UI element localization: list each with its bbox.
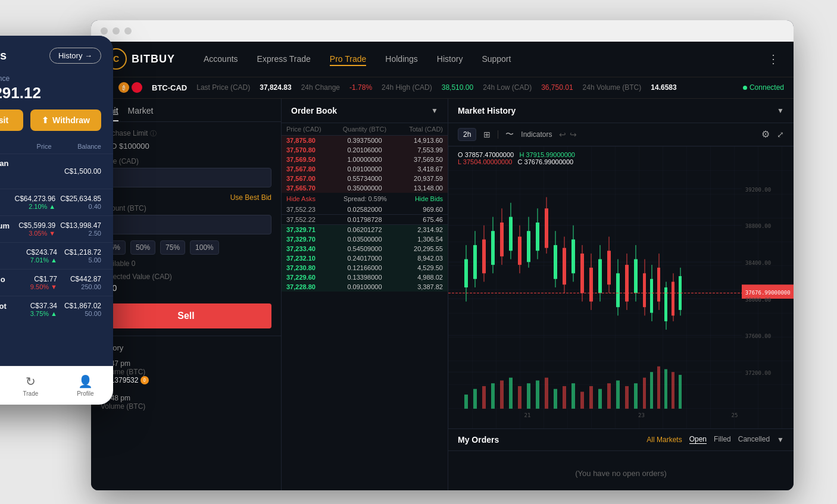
market-filter-btn[interactable]: All Markets [647, 436, 682, 444]
svg-rect-66 [518, 386, 521, 408]
use-best-bid-link[interactable]: Use Best Bid [101, 193, 271, 202]
low-label: 24h Low (CAD) [483, 83, 532, 92]
nav-holdings[interactable]: Holdings [385, 52, 417, 66]
indicators-btn[interactable]: Indicators [521, 130, 552, 139]
svg-rect-17 [500, 222, 504, 256]
hide-bids-btn[interactable]: Hide Bids [415, 195, 443, 202]
svg-rect-61 [473, 389, 477, 408]
nav-pro-trade[interactable]: Pro Trade [330, 52, 366, 66]
svg-rect-80 [643, 377, 646, 408]
nav-accounts[interactable]: Accounts [204, 52, 238, 66]
nav-history[interactable]: History [437, 52, 463, 66]
amount-btc-input[interactable] [101, 215, 271, 234]
deposit-button[interactable]: ⬇ Deposit [0, 109, 23, 131]
withdraw-button[interactable]: ⬆ Withdraw [30, 109, 101, 131]
no-orders-text: (You have no open orders) [448, 451, 794, 490]
high-value: 38,510.00 [442, 83, 473, 92]
browser-dot-green [124, 27, 132, 35]
tab-open[interactable]: Open [689, 435, 707, 444]
price-tick-0: 39200.00 [745, 186, 771, 192]
pct-100-btn[interactable]: 100% [190, 240, 219, 255]
bid-qty-4: 0.12166000 [339, 264, 391, 271]
history-entry-1: 49:48 pm Volume (BTC) [91, 389, 281, 415]
ask-rows: 37,875.80 0.39375000 14,913.60 37,570.80… [282, 136, 448, 193]
ca-flag-icon [132, 82, 142, 93]
current-price-label: 37676.99000000 [745, 289, 791, 295]
mobile-bottom-nav: ⌂ Accounts ↻ Trade 👤 Profile [0, 366, 113, 405]
nav-more-icon[interactable]: ⋮ [767, 52, 779, 66]
bid-row-4: 37,230.80 0.12166000 4,529.50 [282, 263, 448, 273]
dot-balance: C$1,867.02 [62, 302, 101, 310]
ask-price-0: 37,875.80 [286, 137, 339, 144]
cad-balance: C$1,500.00 [62, 167, 101, 176]
ticker-bar: ☰ ₿ BTC-CAD Last Price (CAD) 37,824.83 2… [91, 77, 794, 99]
asset-eth: Ξ Ethereum ETH C$5,599.39 3.05% ▼ C$13,9… [0, 215, 113, 242]
market-history-chevron-icon[interactable]: ▼ [777, 107, 784, 115]
tab-market[interactable]: Market [128, 106, 154, 121]
nav-support[interactable]: Support [482, 52, 511, 66]
order-book-chevron-icon[interactable]: ▼ [431, 107, 438, 115]
fullscreen-icon[interactable]: ⤢ [777, 130, 784, 139]
dot-name-group: Polkadot DOT [0, 302, 13, 318]
browser-window: C BITBUY Accounts Express Trade Pro Trad… [91, 20, 794, 490]
dot-symbol: DOT [0, 311, 13, 318]
bid-row-1: 37,329.70 0.03500000 1,306.54 [282, 234, 448, 244]
ticker-pair[interactable]: BTC-CAD [152, 83, 187, 92]
mobile-history-button[interactable]: History → [49, 48, 101, 64]
svg-rect-84 [672, 372, 674, 409]
ohlc-o-value: 37857.47000000 [465, 151, 514, 158]
undo-icon[interactable]: ↩ [559, 130, 566, 139]
my-orders-header: My Orders All Markets Open Filled Cancel… [448, 429, 794, 451]
svg-rect-57 [672, 281, 674, 315]
svg-rect-83 [664, 369, 667, 408]
eth-qty: 2.50 [60, 230, 101, 237]
pct-50-btn[interactable]: 50% [130, 240, 155, 255]
eth-name-group: Ethereum ETH [0, 221, 13, 237]
svg-rect-55 [664, 287, 667, 321]
my-orders-chevron-icon[interactable]: ▼ [777, 436, 784, 444]
ask-price-5: 37,565.70 [286, 184, 339, 192]
svg-rect-70 [554, 389, 557, 408]
pct-75-btn[interactable]: 75% [160, 240, 185, 255]
ada-name: Cardano [0, 275, 13, 284]
ask-qty-0: 0.39375000 [339, 137, 391, 144]
mobile-nav-trade[interactable]: ↻ Trade [23, 374, 39, 397]
nav-express-trade[interactable]: Express Trade [257, 52, 311, 66]
settings-icon[interactable]: ⚙ [761, 129, 770, 140]
sol-balance: C$1,218.72 [62, 248, 101, 256]
time-2h-btn[interactable]: 2h [458, 128, 476, 141]
ada-qty: 250.00 [62, 283, 101, 290]
spread-total-0: 969.60 [391, 206, 443, 213]
sell-button[interactable]: Sell [101, 303, 271, 328]
hide-asks-btn[interactable]: Hide Asks [286, 195, 316, 202]
ask-price-3: 37,567.80 [286, 165, 339, 173]
last-price-value: 37,824.83 [260, 83, 291, 92]
svg-rect-71 [563, 386, 566, 408]
tab-filled[interactable]: Filled [714, 435, 731, 444]
svg-rect-9 [464, 259, 468, 287]
chart-type-icon[interactable]: ⊞ [483, 130, 491, 139]
svg-rect-11 [473, 245, 477, 278]
cad-symbol: CAD [0, 177, 13, 184]
mobile-nav-profile[interactable]: 👤 Profile [77, 374, 93, 397]
svg-rect-74 [589, 386, 593, 408]
history-volume-label-0: Volume (BTC) [101, 368, 271, 376]
chart-controls: 2h ⊞ 〜 Indicators ↩ ↪ ⚙ ⤢ [448, 123, 794, 146]
last-price-label: Last Price (CAD) [196, 83, 250, 92]
ask-total-2: 37,569.50 [391, 156, 443, 163]
svg-rect-25 [536, 222, 539, 250]
sol-price-group: C$243.74 7.01% ▲ [18, 248, 57, 264]
redo-icon[interactable]: ↪ [570, 130, 577, 139]
available-text: Available 0 [101, 259, 271, 268]
my-orders-title: My Orders [458, 435, 647, 444]
browser-dot-red [101, 27, 108, 35]
eth-balance-group: C$13,998.47 2.50 [60, 221, 101, 237]
price-cad-input[interactable] [101, 168, 271, 187]
bid-total-3: 8,942.03 [391, 255, 443, 262]
sol-symbol: SOL [0, 257, 13, 264]
spread-qty-0: 0.02582000 [339, 206, 391, 213]
wave-icon[interactable]: 〜 [505, 129, 514, 140]
tab-cancelled[interactable]: Cancelled [738, 435, 770, 444]
svg-rect-31 [563, 248, 566, 284]
svg-rect-62 [482, 386, 486, 408]
